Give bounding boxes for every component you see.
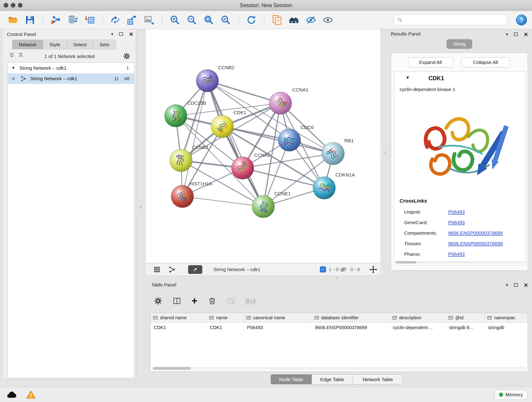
column-header-label: description [399, 315, 421, 320]
network-edge[interactable] [207, 81, 280, 103]
column-header--id[interactable]: @id [446, 313, 485, 322]
network-edge[interactable] [182, 81, 207, 196]
column-header-name[interactable]: name [207, 313, 244, 322]
export-image-button[interactable] [143, 14, 155, 26]
zoom-in-button[interactable] [169, 14, 181, 26]
zoom-selected-button[interactable] [220, 14, 232, 26]
card-collapse-icon[interactable]: ▼ [405, 75, 410, 80]
column-header-description[interactable]: description [390, 313, 446, 322]
annotation-mode-button[interactable] [188, 265, 202, 274]
toolbar-separator [102, 15, 103, 25]
window-zoom-button[interactable] [18, 3, 22, 7]
tab-node-table[interactable]: Node Table [271, 374, 312, 384]
column-header-shared-name[interactable]: shared name [151, 313, 207, 322]
card-scrollbar-thumb[interactable] [395, 261, 417, 264]
tab-sets[interactable]: Sets [93, 40, 116, 49]
selected-checkbox-icon[interactable]: ✓ [320, 266, 326, 273]
pan-crosshair-icon[interactable] [369, 265, 377, 274]
results-menu-icon[interactable]: ▾ [506, 32, 508, 37]
crosslink-link[interactable]: 9606.ENSP00000378699 [448, 230, 503, 236]
add-column-icon[interactable]: + [191, 297, 197, 305]
table-float-icon[interactable] [514, 283, 518, 287]
tab-edge-table[interactable]: Edge Table [312, 374, 353, 384]
left-splitter-handle[interactable] [139, 206, 142, 208]
column-header-database-identifier[interactable]: database identifier [312, 313, 390, 322]
right-splitter-handle[interactable] [383, 151, 386, 154]
results-close-icon[interactable]: × [524, 32, 528, 37]
collapse-all-button[interactable]: Collapse All [461, 57, 510, 67]
network-edge[interactable] [222, 127, 333, 153]
crosslink-row: GeneCard:P06493 [404, 217, 523, 228]
network-options-gear-icon[interactable] [123, 52, 130, 61]
network-node-label: CDK1 [234, 110, 246, 115]
crosslink-link[interactable]: P06493 [448, 220, 465, 225]
panel-float-icon[interactable] [119, 32, 123, 36]
apply-layout-button[interactable] [245, 14, 258, 26]
network-share-toggle-icon[interactable] [168, 263, 176, 275]
column-header-canonical-name[interactable]: canonical name [244, 313, 312, 322]
function-builder-icon[interactable]: f(x) [246, 297, 255, 305]
network-collection-row[interactable]: ▼ String Network – cdk1 1 [8, 63, 134, 73]
network-graph[interactable]: CCNB2CCNA1CDC25BCDK1CDC6RB1CCNB1CCNA2CDK… [146, 29, 380, 263]
help-button[interactable]: ? [516, 14, 527, 26]
crosslink-link[interactable]: P06493 [448, 251, 465, 257]
bottom-splitter-handle[interactable] [336, 277, 338, 279]
network-tree: ▼ String Network – cdk1 1 String Network… [7, 63, 134, 378]
network-label: String Network – cdk1 [30, 76, 77, 81]
crosslink-link[interactable]: P06493 [448, 209, 465, 215]
results-float-icon[interactable] [514, 32, 518, 36]
hide-graphics-details-button[interactable] [305, 14, 317, 26]
warning-icon[interactable] [26, 390, 36, 400]
tab-select[interactable]: Select [67, 40, 93, 49]
homes-button[interactable] [288, 14, 300, 26]
network-edge[interactable] [207, 81, 263, 206]
panel-menu-icon[interactable]: ▾ [111, 32, 114, 37]
show-graphics-details-button[interactable] [322, 14, 334, 26]
zoom-selected-icon [220, 15, 231, 25]
show-columns-icon[interactable] [173, 297, 181, 305]
hidden-eye-slash-icon[interactable] [340, 266, 347, 274]
tab-string[interactable]: String [447, 39, 472, 49]
memory-button[interactable]: Memory [494, 390, 527, 400]
import-network-from-file-button[interactable] [50, 14, 62, 26]
open-session-button[interactable] [7, 14, 19, 26]
birdseye-grid-icon[interactable] [153, 263, 161, 275]
zoom-fit-button[interactable] [203, 14, 215, 26]
collection-expand-icon[interactable]: ▼ [12, 66, 15, 70]
search-input[interactable] [405, 17, 504, 23]
save-session-button[interactable] [24, 14, 36, 26]
network-row[interactable]: String Network – cdk1 11 48 [8, 73, 134, 84]
expand-all-button[interactable]: Expand All [408, 57, 453, 67]
table-cell: 9606.ENSP00000378699 [312, 323, 390, 332]
window-close-button[interactable] [4, 3, 8, 7]
table-row[interactable]: CDK1CDK1P064939606.ENSP00000378699cyclin… [151, 323, 528, 332]
network-edge[interactable] [182, 196, 263, 206]
tab-network[interactable]: Network [12, 40, 43, 49]
tab-style[interactable]: Style [43, 40, 67, 49]
panel-close-icon[interactable]: × [129, 32, 133, 36]
network-canvas[interactable]: CCNB2CCNA1CDC25BCDK1CDC6RB1CCNB1CCNA2CDK… [145, 29, 381, 263]
search-box[interactable] [394, 15, 507, 25]
import-network-from-database-button[interactable] [66, 14, 79, 26]
import-table-from-file-button[interactable] [83, 14, 96, 26]
memory-label: Memory [505, 392, 523, 397]
table-settings-gear-icon[interactable] [154, 297, 162, 305]
network-node-label: RB1 [344, 138, 354, 143]
window-minimize-button[interactable] [11, 3, 15, 7]
zoom-out-button[interactable] [186, 14, 198, 26]
delete-column-trash-icon[interactable] [208, 297, 216, 305]
card-horizontal-scrollbar[interactable] [395, 261, 524, 264]
network-from-table-button[interactable] [126, 14, 138, 26]
cloud-icon[interactable] [6, 389, 17, 401]
clone-network-button[interactable] [109, 14, 121, 26]
crosslink-link[interactable]: 9606.ENSP00000378699 [448, 241, 503, 246]
column-header-namespac[interactable]: namespac [485, 313, 528, 322]
table-menu-icon[interactable]: ▾ [506, 282, 508, 288]
refresh-icon [246, 15, 257, 25]
table-scrollbar-thumb[interactable] [153, 367, 191, 370]
tab-network-table[interactable]: Network Table [353, 374, 403, 384]
control-panel: Control Panel ▾ × NetworkStyleSelectSets… [3, 29, 136, 379]
table-close-icon[interactable]: × [524, 283, 528, 287]
document-pages-button[interactable] [271, 14, 283, 26]
table-horizontal-scrollbar[interactable] [152, 367, 526, 370]
